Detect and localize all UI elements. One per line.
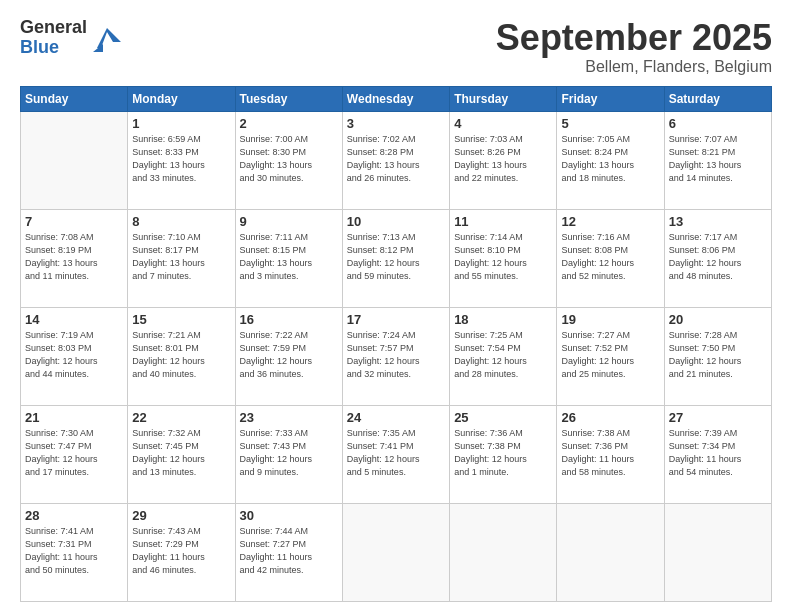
day-info: Sunrise: 7:08 AMSunset: 8:19 PMDaylight:… [25,231,123,283]
day-number: 15 [132,312,230,327]
calendar-cell: 25Sunrise: 7:36 AMSunset: 7:38 PMDayligh… [450,405,557,503]
weekday-header-saturday: Saturday [664,86,771,111]
weekday-header-tuesday: Tuesday [235,86,342,111]
daylight-text: Daylight: 11 hours [132,551,230,564]
day-number: 8 [132,214,230,229]
calendar-cell: 15Sunrise: 7:21 AMSunset: 8:01 PMDayligh… [128,307,235,405]
daylight-text-2: and 30 minutes. [240,172,338,185]
day-number: 19 [561,312,659,327]
day-info: Sunrise: 7:38 AMSunset: 7:36 PMDaylight:… [561,427,659,479]
sunset-text: Sunset: 8:19 PM [25,244,123,257]
sunset-text: Sunset: 8:12 PM [347,244,445,257]
svg-marker-0 [97,28,121,48]
day-number: 13 [669,214,767,229]
day-number: 3 [347,116,445,131]
sunset-text: Sunset: 8:28 PM [347,146,445,159]
calendar-cell [664,503,771,601]
day-number: 20 [669,312,767,327]
sunrise-text: Sunrise: 7:41 AM [25,525,123,538]
calendar-cell: 17Sunrise: 7:24 AMSunset: 7:57 PMDayligh… [342,307,449,405]
calendar-body: 1Sunrise: 6:59 AMSunset: 8:33 PMDaylight… [21,111,772,601]
day-number: 25 [454,410,552,425]
calendar-week-2: 14Sunrise: 7:19 AMSunset: 8:03 PMDayligh… [21,307,772,405]
sunrise-text: Sunrise: 7:14 AM [454,231,552,244]
top-section: General Blue September 2025 Bellem, Flan… [20,18,772,76]
sunset-text: Sunset: 7:54 PM [454,342,552,355]
day-info: Sunrise: 7:05 AMSunset: 8:24 PMDaylight:… [561,133,659,185]
day-info: Sunrise: 6:59 AMSunset: 8:33 PMDaylight:… [132,133,230,185]
sunset-text: Sunset: 7:41 PM [347,440,445,453]
daylight-text-2: and 54 minutes. [669,466,767,479]
sunset-text: Sunset: 7:57 PM [347,342,445,355]
sunrise-text: Sunrise: 7:07 AM [669,133,767,146]
sunrise-text: Sunrise: 7:11 AM [240,231,338,244]
daylight-text: Daylight: 13 hours [347,159,445,172]
day-info: Sunrise: 7:39 AMSunset: 7:34 PMDaylight:… [669,427,767,479]
calendar-cell: 26Sunrise: 7:38 AMSunset: 7:36 PMDayligh… [557,405,664,503]
daylight-text-2: and 44 minutes. [25,368,123,381]
sunset-text: Sunset: 8:21 PM [669,146,767,159]
sunrise-text: Sunrise: 7:24 AM [347,329,445,342]
sunset-text: Sunset: 8:10 PM [454,244,552,257]
sunrise-text: Sunrise: 7:00 AM [240,133,338,146]
calendar-cell: 21Sunrise: 7:30 AMSunset: 7:47 PMDayligh… [21,405,128,503]
sunset-text: Sunset: 7:29 PM [132,538,230,551]
daylight-text-2: and 11 minutes. [25,270,123,283]
daylight-text: Daylight: 12 hours [25,355,123,368]
daylight-text: Daylight: 13 hours [132,257,230,270]
calendar-cell: 19Sunrise: 7:27 AMSunset: 7:52 PMDayligh… [557,307,664,405]
day-info: Sunrise: 7:32 AMSunset: 7:45 PMDaylight:… [132,427,230,479]
weekday-header-friday: Friday [557,86,664,111]
day-info: Sunrise: 7:13 AMSunset: 8:12 PMDaylight:… [347,231,445,283]
daylight-text-2: and 50 minutes. [25,564,123,577]
calendar-cell: 13Sunrise: 7:17 AMSunset: 8:06 PMDayligh… [664,209,771,307]
day-info: Sunrise: 7:22 AMSunset: 7:59 PMDaylight:… [240,329,338,381]
day-number: 26 [561,410,659,425]
daylight-text-2: and 46 minutes. [132,564,230,577]
sunset-text: Sunset: 7:59 PM [240,342,338,355]
daylight-text: Daylight: 13 hours [454,159,552,172]
calendar-cell: 12Sunrise: 7:16 AMSunset: 8:08 PMDayligh… [557,209,664,307]
calendar-cell [557,503,664,601]
sunrise-text: Sunrise: 7:27 AM [561,329,659,342]
day-number: 11 [454,214,552,229]
calendar-week-1: 7Sunrise: 7:08 AMSunset: 8:19 PMDaylight… [21,209,772,307]
day-info: Sunrise: 7:14 AMSunset: 8:10 PMDaylight:… [454,231,552,283]
daylight-text-2: and 48 minutes. [669,270,767,283]
daylight-text: Daylight: 13 hours [240,257,338,270]
logo: General Blue [20,18,121,58]
sunset-text: Sunset: 8:08 PM [561,244,659,257]
day-info: Sunrise: 7:19 AMSunset: 8:03 PMDaylight:… [25,329,123,381]
daylight-text: Daylight: 11 hours [561,453,659,466]
sunrise-text: Sunrise: 7:43 AM [132,525,230,538]
month-title: September 2025 [496,18,772,58]
day-number: 9 [240,214,338,229]
sunset-text: Sunset: 7:27 PM [240,538,338,551]
svg-marker-1 [93,44,103,52]
day-number: 2 [240,116,338,131]
day-number: 7 [25,214,123,229]
day-number: 29 [132,508,230,523]
day-number: 23 [240,410,338,425]
daylight-text-2: and 52 minutes. [561,270,659,283]
sunrise-text: Sunrise: 7:32 AM [132,427,230,440]
day-info: Sunrise: 7:41 AMSunset: 7:31 PMDaylight:… [25,525,123,577]
day-number: 12 [561,214,659,229]
weekday-header-thursday: Thursday [450,86,557,111]
sunrise-text: Sunrise: 7:30 AM [25,427,123,440]
calendar-cell: 8Sunrise: 7:10 AMSunset: 8:17 PMDaylight… [128,209,235,307]
day-number: 5 [561,116,659,131]
calendar-week-4: 28Sunrise: 7:41 AMSunset: 7:31 PMDayligh… [21,503,772,601]
day-info: Sunrise: 7:28 AMSunset: 7:50 PMDaylight:… [669,329,767,381]
logo-blue: Blue [20,38,87,58]
sunrise-text: Sunrise: 7:22 AM [240,329,338,342]
daylight-text-2: and 58 minutes. [561,466,659,479]
sunset-text: Sunset: 7:31 PM [25,538,123,551]
calendar-cell: 29Sunrise: 7:43 AMSunset: 7:29 PMDayligh… [128,503,235,601]
day-number: 24 [347,410,445,425]
day-info: Sunrise: 7:07 AMSunset: 8:21 PMDaylight:… [669,133,767,185]
daylight-text: Daylight: 11 hours [669,453,767,466]
day-info: Sunrise: 7:21 AMSunset: 8:01 PMDaylight:… [132,329,230,381]
daylight-text: Daylight: 12 hours [132,355,230,368]
daylight-text: Daylight: 13 hours [25,257,123,270]
